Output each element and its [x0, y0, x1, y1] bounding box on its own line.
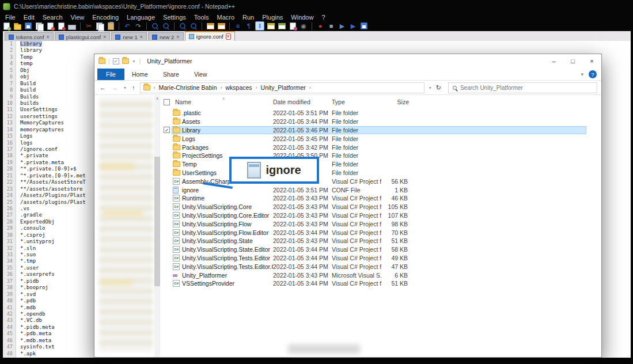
open-folder-icon[interactable] — [13, 21, 22, 31]
tab-new-1[interactable]: new 1× — [111, 32, 147, 41]
tab-ignore-conf[interactable]: ignore.conf× — [185, 31, 235, 41]
tab-close-icon[interactable]: × — [47, 35, 50, 40]
macro-record-icon[interactable]: ● — [316, 21, 325, 31]
breadcrumb[interactable]: ›Marie-Christine Babin›wkspaces›Unity_Pl… — [140, 82, 424, 93]
close-all-icon[interactable] — [56, 21, 66, 31]
menu-item-edit[interactable]: Edit — [20, 14, 39, 21]
find-icon[interactable] — [150, 21, 160, 31]
file-row[interactable]: C#Unity.VisualScripting.Tests.Editor.Cus… — [162, 262, 601, 271]
doc-map-icon[interactable] — [277, 21, 286, 31]
zoom-out-icon[interactable] — [189, 21, 198, 31]
menu-item-plugins[interactable]: Plugins — [258, 14, 287, 21]
menu-item-file[interactable]: File — [1, 14, 20, 21]
navigation-pane[interactable]: ∧ — [94, 96, 165, 357]
help-icon[interactable]: ? — [589, 70, 597, 78]
tab-new-2[interactable]: new 2× — [148, 32, 184, 41]
file-row[interactable]: C#Runtime2022-01-05 3:43 PMVisual C# Pro… — [162, 194, 601, 203]
menu-item-search[interactable]: Search — [39, 14, 67, 21]
menu-item-macro[interactable]: Macro — [213, 14, 238, 21]
file-row[interactable]: ∞Unity_Platformer2022-01-05 3:43 PMMicro… — [162, 271, 601, 279]
show-all-characters-icon[interactable]: ¶ — [244, 21, 253, 31]
menu-item-[interactable]: ? — [317, 14, 329, 21]
tab-close-icon[interactable]: × — [140, 35, 143, 40]
replace-icon[interactable] — [161, 21, 170, 31]
file-row[interactable]: ✓Library2022-01-05 3:46 PMFile folder — [162, 126, 601, 135]
nav-scrollbar[interactable]: ∧ — [154, 96, 160, 357]
qat-properties-icon[interactable]: ✓ — [113, 58, 119, 65]
close-icon[interactable] — [46, 21, 55, 31]
search-input[interactable] — [460, 85, 593, 91]
minimize-button[interactable]: – — [544, 54, 563, 68]
file-row[interactable]: C#Unity.VisualScripting.Flow.Editor2022-… — [162, 228, 601, 237]
macro-save-icon[interactable] — [359, 21, 369, 31]
breadcrumb-item-marie-christine-babin[interactable]: Marie-Christine Babin — [159, 84, 217, 91]
function-list-icon[interactable] — [288, 21, 297, 31]
sync-vertical-icon[interactable] — [206, 21, 215, 31]
file-row[interactable]: UserSettingsFile folder — [162, 169, 601, 177]
search-box[interactable] — [448, 82, 597, 93]
file-row[interactable]: C#VSSettingsProvider2022-01-05 3:44 PMVi… — [162, 279, 601, 288]
file-row[interactable]: C#Unity.VisualScripting.Flow2022-01-05 3… — [162, 219, 601, 228]
menu-item-window[interactable]: Window — [287, 14, 317, 21]
ribbon-tab-share[interactable]: Share — [156, 69, 187, 79]
maximize-button[interactable]: □ — [563, 54, 582, 68]
copy-icon[interactable] — [95, 21, 104, 31]
file-row[interactable]: ProjectSettings2022-01-05 3:50 PMFile fo… — [162, 151, 601, 160]
menu-item-encoding[interactable]: Encoding — [88, 14, 123, 21]
user-language-icon[interactable] — [266, 21, 275, 31]
forward-icon[interactable]: → — [111, 84, 119, 91]
refresh-icon[interactable]: ↻ — [436, 84, 441, 92]
menu-item-language[interactable]: Language — [123, 14, 159, 21]
print-icon[interactable] — [67, 21, 77, 31]
monitoring-icon[interactable]: ◉ — [299, 21, 308, 31]
file-row[interactable]: C#Unity.VisualScripting.State.Editor2022… — [162, 245, 601, 254]
zoom-in-icon[interactable] — [178, 21, 187, 31]
file-row[interactable]: .plastic2022-01-05 3:51 PMFile folder — [162, 109, 601, 117]
ribbon-tab-file[interactable]: File — [97, 69, 124, 80]
undo-icon[interactable]: ↶ — [123, 21, 132, 31]
scroll-up-icon[interactable]: ∧ — [154, 96, 160, 101]
file-row[interactable]: C#Unity.VisualScripting.Core2022-01-05 3… — [162, 203, 601, 211]
file-row[interactable]: C#Assembly-CSharpVisual C# Project f...5… — [162, 177, 601, 185]
column-header-size[interactable]: Size — [381, 98, 409, 105]
row-checkbox[interactable]: ✓ — [164, 127, 170, 133]
new-file-icon[interactable] — [2, 21, 11, 31]
menu-item-run[interactable]: Run — [238, 14, 258, 21]
cut-icon[interactable]: ✂ — [84, 21, 93, 31]
breadcrumb-item-wkspaces[interactable]: wkspaces — [225, 84, 252, 91]
up-icon[interactable]: ↑ — [131, 84, 137, 91]
file-row[interactable]: C#Unity.VisualScripting.State2022-01-05 … — [162, 237, 601, 245]
nav-scrollbar-thumb[interactable] — [154, 157, 160, 286]
indent-guide-icon[interactable]: ‖ — [255, 21, 264, 31]
redo-icon[interactable]: ↷ — [134, 21, 143, 31]
qat-customize-icon[interactable]: ▾ — [132, 59, 137, 64]
tab-plasticgui-conf[interactable]: plasticgui.conf× — [55, 32, 110, 41]
file-row[interactable]: C#Unity.VisualScripting.Tests.Editor2022… — [162, 254, 601, 263]
qat-new-folder-icon[interactable] — [122, 58, 129, 64]
macro-stop-icon[interactable]: ■ — [327, 21, 336, 31]
column-header-name[interactable]: Name ∧ — [173, 98, 273, 105]
menu-item-view[interactable]: View — [67, 14, 89, 21]
ribbon-tab-home[interactable]: Home — [124, 69, 156, 79]
file-row[interactable]: Logs2022-01-05 3:45 PMFile folder — [162, 134, 601, 143]
menu-item-tools[interactable]: Tools — [190, 14, 213, 21]
select-all-checkbox[interactable] — [164, 99, 170, 105]
save-icon[interactable] — [24, 21, 33, 31]
recent-locations-icon[interactable]: ▾ — [123, 85, 127, 90]
back-icon[interactable]: ← — [98, 84, 107, 91]
ribbon-collapse-icon[interactable]: ▾ — [581, 71, 583, 77]
file-row[interactable]: TempFile folder — [162, 160, 601, 169]
close-button[interactable]: × — [582, 54, 601, 68]
file-row[interactable]: Packages2022-01-05 3:42 PMFile folder — [162, 143, 601, 151]
word-wrap-icon[interactable]: ≡ — [233, 21, 242, 31]
breadcrumb-item-unity-platformer[interactable]: Unity_Platformer — [261, 84, 306, 91]
menu-item-settings[interactable]: Settings — [159, 14, 190, 21]
tab-close-icon[interactable]: × — [103, 35, 106, 40]
save-all-icon[interactable] — [35, 21, 44, 31]
explorer-titlebar[interactable]: | ✓ ▾ | Unity_Platformer – □ × — [94, 54, 601, 68]
column-header-type[interactable]: Type — [332, 98, 381, 105]
tab-close-icon[interactable]: × — [226, 33, 231, 40]
address-dropdown-icon[interactable]: ▾ — [428, 85, 433, 90]
file-row[interactable]: Assets2022-01-05 3:44 PMFile folder — [162, 117, 601, 126]
file-row[interactable]: C#Unity.VisualScripting.Core.Editor2022-… — [162, 211, 601, 220]
